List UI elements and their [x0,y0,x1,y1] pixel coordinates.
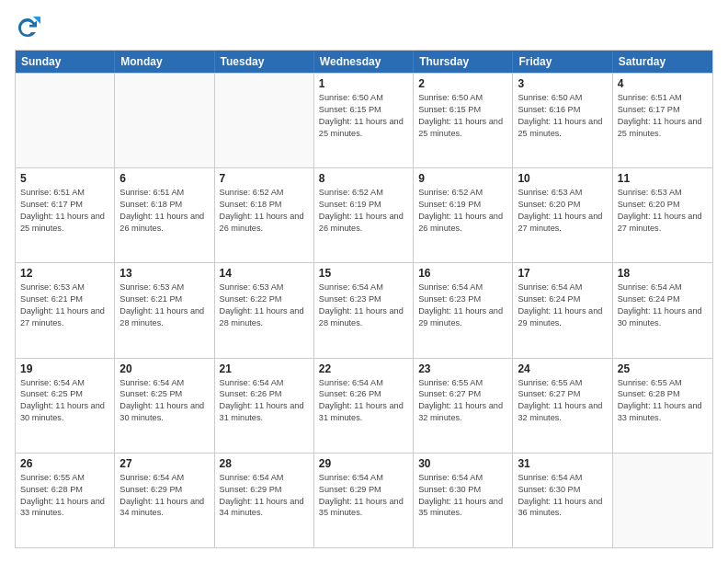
day-info: Sunrise: 6:54 AM Sunset: 6:23 PM Dayligh… [319,282,408,329]
day-number: 10 [518,172,607,185]
calendar-cell: 18Sunrise: 6:54 AM Sunset: 6:24 PM Dayli… [613,263,712,357]
calendar-header-day: Tuesday [215,51,314,73]
calendar-cell: 10Sunrise: 6:53 AM Sunset: 6:20 PM Dayli… [513,168,612,262]
calendar-header: SundayMondayTuesdayWednesdayThursdayFrid… [16,51,712,73]
calendar-cell: 27Sunrise: 6:54 AM Sunset: 6:29 PM Dayli… [115,454,214,547]
calendar-cell: 25Sunrise: 6:55 AM Sunset: 6:28 PM Dayli… [613,359,712,453]
calendar-cell: 5Sunrise: 6:51 AM Sunset: 6:17 PM Daylig… [16,168,115,262]
day-number: 2 [418,77,507,90]
calendar-cell: 4Sunrise: 6:51 AM Sunset: 6:17 PM Daylig… [613,74,712,167]
day-number: 26 [20,457,109,470]
day-number: 21 [220,362,309,375]
calendar-header-day: Saturday [613,51,712,73]
day-number: 25 [618,362,708,375]
day-number: 18 [618,267,708,280]
day-number: 17 [518,267,607,280]
calendar-cell: 24Sunrise: 6:55 AM Sunset: 6:27 PM Dayli… [513,359,612,453]
logo-icon [15,15,40,40]
calendar-cell: 31Sunrise: 6:54 AM Sunset: 6:30 PM Dayli… [513,454,612,547]
day-info: Sunrise: 6:54 AM Sunset: 6:23 PM Dayligh… [418,282,507,329]
day-number: 12 [20,267,109,280]
day-info: Sunrise: 6:54 AM Sunset: 6:29 PM Dayligh… [220,472,309,520]
calendar-cell: 7Sunrise: 6:52 AM Sunset: 6:18 PM Daylig… [215,168,314,262]
day-number: 6 [119,172,209,185]
day-info: Sunrise: 6:50 AM Sunset: 6:16 PM Dayligh… [518,92,607,140]
calendar-cell: 29Sunrise: 6:54 AM Sunset: 6:29 PM Dayli… [314,454,414,547]
day-info: Sunrise: 6:55 AM Sunset: 6:27 PM Dayligh… [418,377,507,425]
calendar-header-day: Thursday [414,51,513,73]
day-info: Sunrise: 6:54 AM Sunset: 6:26 PM Dayligh… [319,377,408,425]
calendar-cell: 8Sunrise: 6:52 AM Sunset: 6:19 PM Daylig… [314,168,414,262]
calendar-week-row: 26Sunrise: 6:55 AM Sunset: 6:28 PM Dayli… [16,453,712,547]
calendar-cell [613,454,712,547]
calendar-cell [115,74,214,167]
day-number: 16 [418,267,507,280]
page: SundayMondayTuesdayWednesdayThursdayFrid… [0,0,728,563]
day-number: 3 [518,77,607,90]
day-info: Sunrise: 6:55 AM Sunset: 6:27 PM Dayligh… [518,377,607,425]
calendar-cell: 9Sunrise: 6:52 AM Sunset: 6:19 PM Daylig… [414,168,513,262]
calendar-cell: 21Sunrise: 6:54 AM Sunset: 6:26 PM Dayli… [215,359,314,453]
calendar-cell: 3Sunrise: 6:50 AM Sunset: 6:16 PM Daylig… [513,74,612,167]
day-number: 11 [618,172,708,185]
header [15,15,713,40]
day-info: Sunrise: 6:54 AM Sunset: 6:24 PM Dayligh… [518,282,607,329]
calendar-cell: 16Sunrise: 6:54 AM Sunset: 6:23 PM Dayli… [414,263,513,357]
day-number: 15 [319,267,408,280]
calendar-cell: 2Sunrise: 6:50 AM Sunset: 6:15 PM Daylig… [414,74,513,167]
day-number: 9 [418,172,507,185]
day-info: Sunrise: 6:53 AM Sunset: 6:20 PM Dayligh… [518,187,607,235]
calendar-cell: 26Sunrise: 6:55 AM Sunset: 6:28 PM Dayli… [16,454,115,547]
day-number: 29 [319,457,408,470]
day-info: Sunrise: 6:50 AM Sunset: 6:15 PM Dayligh… [319,92,408,140]
day-info: Sunrise: 6:54 AM Sunset: 6:26 PM Dayligh… [220,377,309,425]
day-number: 30 [418,457,507,470]
day-info: Sunrise: 6:52 AM Sunset: 6:19 PM Dayligh… [319,187,408,235]
calendar-header-day: Sunday [16,51,115,73]
day-number: 23 [418,362,507,375]
calendar-cell: 11Sunrise: 6:53 AM Sunset: 6:20 PM Dayli… [613,168,712,262]
day-info: Sunrise: 6:53 AM Sunset: 6:22 PM Dayligh… [220,282,309,329]
calendar-header-day: Wednesday [314,51,414,73]
day-number: 22 [319,362,408,375]
day-info: Sunrise: 6:54 AM Sunset: 6:25 PM Dayligh… [20,377,109,425]
calendar-cell: 17Sunrise: 6:54 AM Sunset: 6:24 PM Dayli… [513,263,612,357]
day-number: 13 [119,267,209,280]
calendar-cell: 30Sunrise: 6:54 AM Sunset: 6:30 PM Dayli… [414,454,513,547]
day-number: 4 [618,77,708,90]
day-number: 27 [119,457,209,470]
day-info: Sunrise: 6:55 AM Sunset: 6:28 PM Dayligh… [618,377,708,425]
day-number: 28 [220,457,309,470]
calendar-cell: 6Sunrise: 6:51 AM Sunset: 6:18 PM Daylig… [115,168,214,262]
calendar-cell: 13Sunrise: 6:53 AM Sunset: 6:21 PM Dayli… [115,263,214,357]
day-number: 24 [518,362,607,375]
calendar-week-row: 5Sunrise: 6:51 AM Sunset: 6:17 PM Daylig… [16,167,712,262]
day-info: Sunrise: 6:51 AM Sunset: 6:18 PM Dayligh… [119,187,209,235]
day-number: 8 [319,172,408,185]
day-info: Sunrise: 6:54 AM Sunset: 6:25 PM Dayligh… [119,377,209,425]
calendar: SundayMondayTuesdayWednesdayThursdayFrid… [15,50,713,548]
calendar-week-row: 19Sunrise: 6:54 AM Sunset: 6:25 PM Dayli… [16,358,712,453]
day-info: Sunrise: 6:54 AM Sunset: 6:30 PM Dayligh… [418,472,507,520]
calendar-cell: 20Sunrise: 6:54 AM Sunset: 6:25 PM Dayli… [115,359,214,453]
day-number: 7 [220,172,309,185]
day-number: 20 [119,362,209,375]
day-info: Sunrise: 6:53 AM Sunset: 6:21 PM Dayligh… [20,282,109,329]
calendar-cell [215,74,314,167]
calendar-cell: 23Sunrise: 6:55 AM Sunset: 6:27 PM Dayli… [414,359,513,453]
calendar-cell [16,74,115,167]
calendar-header-day: Friday [513,51,612,73]
day-info: Sunrise: 6:54 AM Sunset: 6:24 PM Dayligh… [618,282,708,329]
day-info: Sunrise: 6:54 AM Sunset: 6:29 PM Dayligh… [119,472,209,520]
day-info: Sunrise: 6:50 AM Sunset: 6:15 PM Dayligh… [418,92,507,140]
day-info: Sunrise: 6:53 AM Sunset: 6:20 PM Dayligh… [618,187,708,235]
day-number: 31 [518,457,607,470]
calendar-cell: 28Sunrise: 6:54 AM Sunset: 6:29 PM Dayli… [215,454,314,547]
logo [15,15,44,40]
day-number: 5 [20,172,109,185]
day-info: Sunrise: 6:54 AM Sunset: 6:30 PM Dayligh… [518,472,607,520]
calendar-cell: 19Sunrise: 6:54 AM Sunset: 6:25 PM Dayli… [16,359,115,453]
calendar-cell: 1Sunrise: 6:50 AM Sunset: 6:15 PM Daylig… [314,74,414,167]
day-number: 19 [20,362,109,375]
calendar-cell: 15Sunrise: 6:54 AM Sunset: 6:23 PM Dayli… [314,263,414,357]
